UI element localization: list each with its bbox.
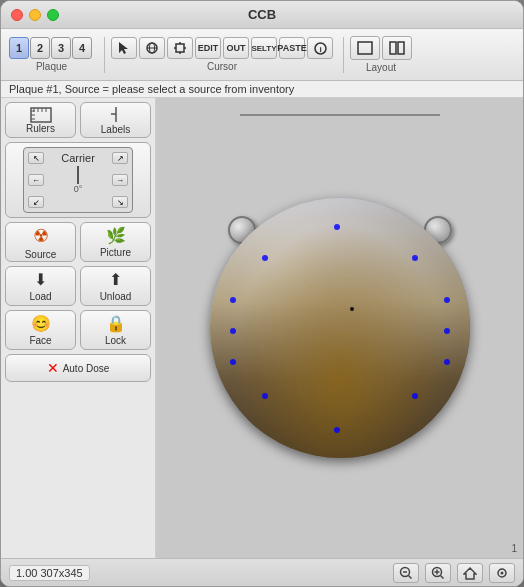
svg-rect-13 (398, 42, 404, 54)
bottom-icons (393, 563, 515, 583)
page-number: 1 (511, 543, 517, 554)
layout-label: Layout (366, 62, 396, 73)
plaque-label: Plaque (36, 61, 67, 72)
svg-rect-12 (390, 42, 396, 54)
face-lock-row: 😊 Face 🔒 Lock (5, 310, 151, 350)
close-button[interactable] (11, 9, 23, 21)
carrier-down-left-button[interactable]: ↙ (28, 196, 44, 208)
carrier-mid-row: ← 0° → (28, 166, 128, 194)
svg-line-28 (441, 575, 444, 578)
carrier-top-row: ↖ Carrier ↗ (28, 152, 128, 164)
status-bar: Plaque #1, Source = please select a sour… (1, 81, 523, 98)
zoom-in-button[interactable] (425, 563, 451, 583)
carrier-up-left-button[interactable]: ↖ (28, 152, 44, 164)
status-message: Plaque #1, Source = please select a sour… (9, 83, 294, 95)
cursor-group: EDIT OUT SELTY PASTE i (111, 37, 333, 72)
control-dot-10[interactable] (262, 393, 268, 399)
auto-dose-button[interactable]: ✕ Auto Dose (5, 354, 151, 382)
control-dot-2[interactable] (262, 255, 268, 261)
plaque-btn-3[interactable]: 3 (51, 37, 71, 59)
source-picture-row: ☢ Source 🌿 Picture (5, 222, 151, 262)
plaque-btn-1[interactable]: 1 (9, 37, 29, 59)
face-label: Face (29, 335, 51, 346)
layout-buttons (350, 36, 412, 60)
source-button[interactable]: ☢ Source (5, 222, 76, 262)
picture-label: Picture (100, 247, 131, 258)
carrier-box: ↖ Carrier ↗ ← 0° → ↙ (23, 147, 133, 213)
svg-line-25 (409, 575, 412, 578)
control-dot-9[interactable] (444, 359, 450, 365)
plaque-group: 1 2 3 4 Plaque (9, 37, 94, 72)
canvas-area[interactable]: 1 (156, 98, 523, 558)
cursor-label: Cursor (207, 61, 237, 72)
face-button[interactable]: 😊 Face (5, 310, 76, 350)
selty-button[interactable]: SELTY (251, 37, 277, 59)
svg-point-33 (501, 571, 504, 574)
control-dot-7[interactable] (444, 328, 450, 334)
carrier-bottom-row: ↙ ↘ (28, 196, 128, 208)
plaque-btn-4[interactable]: 4 (72, 37, 92, 59)
carrier-right-button[interactable]: → (112, 174, 128, 186)
plaque-num-group: 1 2 3 4 (9, 37, 92, 59)
cursor-arrow-button[interactable] (111, 37, 137, 59)
labels-button[interactable]: Labels (80, 102, 151, 138)
left-panel: Rulers Labels ↖ Carrier ↗ (1, 98, 156, 558)
carrier-degree: 0° (74, 184, 83, 194)
load-unload-row: ⬇ Load ⬆ Unload (5, 266, 151, 306)
picture-button[interactable]: 🌿 Picture (80, 222, 151, 262)
sep-1 (104, 37, 105, 73)
face-icon: 😊 (31, 314, 51, 333)
lens-circle (210, 198, 470, 458)
svg-rect-11 (358, 42, 372, 54)
svg-marker-0 (119, 42, 128, 54)
zoom-out-button[interactable] (393, 563, 419, 583)
labels-label: Labels (101, 124, 130, 135)
home-button[interactable] (457, 563, 483, 583)
edit-button[interactable]: EDIT (195, 37, 221, 59)
zoom-level: 1.00 307x345 (9, 565, 90, 581)
lock-label: Lock (105, 335, 126, 346)
auto-dose-label: Auto Dose (63, 363, 110, 374)
plaque-btn-2[interactable]: 2 (30, 37, 50, 59)
toolbar: 1 2 3 4 Plaque (1, 29, 523, 81)
carrier-up-right-button[interactable]: ↗ (112, 152, 128, 164)
auto-dose-icon: ✕ (47, 360, 59, 376)
control-dot-5[interactable] (444, 297, 450, 303)
window-title: CCB (248, 7, 276, 22)
view-button[interactable] (489, 563, 515, 583)
sep-2 (343, 37, 344, 73)
carrier-left-button[interactable]: ← (28, 174, 44, 186)
cursor-icons: EDIT OUT SELTY PASTE i (111, 37, 333, 59)
load-button[interactable]: ⬇ Load (5, 266, 76, 306)
unload-label: Unload (100, 291, 132, 302)
unload-icon: ⬆ (109, 270, 122, 289)
lock-button[interactable]: 🔒 Lock (80, 310, 151, 350)
info-button[interactable]: i (307, 37, 333, 59)
main-window: CCB 1 2 3 4 Plaque (0, 0, 524, 587)
source-label: Source (25, 249, 57, 260)
title-bar: CCB (1, 1, 523, 29)
move-button[interactable] (167, 37, 193, 59)
picture-icon: 🌿 (106, 226, 126, 245)
rulers-button[interactable]: Rulers (5, 102, 76, 138)
layout-split-button[interactable] (382, 36, 412, 60)
out-button[interactable]: OUT (223, 37, 249, 59)
load-label: Load (29, 291, 51, 302)
svg-marker-31 (464, 568, 476, 579)
svg-rect-4 (176, 44, 184, 52)
traffic-lights (11, 9, 59, 21)
main-area: Rulers Labels ↖ Carrier ↗ (1, 98, 523, 558)
unload-button[interactable]: ⬆ Unload (80, 266, 151, 306)
minimize-button[interactable] (29, 9, 41, 21)
radiation-icon: ☢ (33, 225, 49, 247)
paste-button[interactable]: PASTE (279, 37, 305, 59)
layout-single-button[interactable] (350, 36, 380, 60)
maximize-button[interactable] (47, 9, 59, 21)
carrier-section: ↖ Carrier ↗ ← 0° → ↙ (5, 142, 151, 218)
bottom-bar: 1.00 307x345 (1, 558, 523, 586)
lock-icon: 🔒 (106, 314, 126, 333)
carrier-down-right-button[interactable]: ↘ (112, 196, 128, 208)
lens-inner (210, 198, 470, 458)
globe-button[interactable] (139, 37, 165, 59)
canvas-line (240, 114, 440, 116)
